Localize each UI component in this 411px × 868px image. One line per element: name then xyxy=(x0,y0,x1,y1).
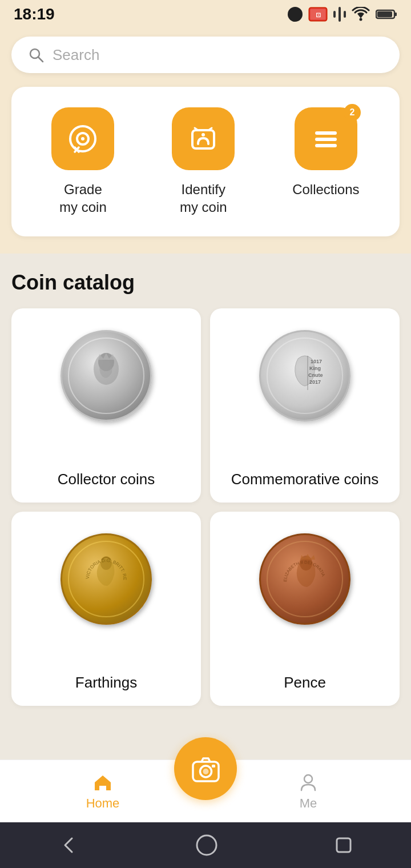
catalog-card-collector[interactable]: Collector coins xyxy=(11,308,201,503)
camera-fab-button[interactable] xyxy=(174,737,237,800)
person-icon xyxy=(298,772,319,793)
svg-rect-38 xyxy=(337,838,350,852)
search-icon xyxy=(27,46,45,63)
identify-icon-circle xyxy=(172,107,235,170)
grade-icon xyxy=(66,122,99,155)
svg-text:⊡: ⊡ xyxy=(316,11,321,18)
quick-actions-card: Grade my coin Identify my coin xyxy=(11,87,400,236)
pence-coin-label: Pence xyxy=(284,673,326,693)
collector-coin-image xyxy=(55,324,158,427)
svg-rect-6 xyxy=(377,11,392,17)
catalog-card-pence[interactable]: ELIZABETH II DEI GRATIA Pence xyxy=(210,512,400,706)
status-bar: 18:19 ⊡ xyxy=(0,0,411,29)
catalog-section: Coin catalog Collector coins xyxy=(0,254,411,760)
svg-point-34 xyxy=(203,769,208,774)
collector-coin-circle xyxy=(61,330,152,421)
svg-point-11 xyxy=(81,137,84,140)
svg-rect-35 xyxy=(212,765,215,767)
svg-text:2017: 2017 xyxy=(309,379,321,385)
collector-coin-label: Collector coins xyxy=(58,470,155,489)
identify-coin-label: Identify my coin xyxy=(180,180,227,216)
svg-text:1017: 1017 xyxy=(311,359,322,364)
commemorative-coin-circle: 1017 King Cnute 2017 xyxy=(259,330,350,421)
collections-icon xyxy=(309,122,342,155)
catalog-title: Coin catalog xyxy=(11,271,400,295)
nav-home-label: Home xyxy=(86,796,120,811)
farthings-coin-image: VICTORIA D:G: BRITT: REGINA xyxy=(55,528,158,630)
bottom-nav: Home Me xyxy=(0,760,411,822)
search-container: Search xyxy=(0,29,411,81)
cast-icon: ⊡ xyxy=(308,7,328,22)
collections-label: Collections xyxy=(292,180,359,198)
svg-point-15 xyxy=(202,133,205,136)
system-home-button[interactable] xyxy=(195,833,219,857)
catalog-card-commemorative[interactable]: 1017 King Cnute 2017 Commemorative coins xyxy=(210,308,400,503)
grade-icon-circle xyxy=(51,107,114,170)
svg-text:King: King xyxy=(309,365,321,371)
identify-coin-button[interactable]: Identify my coin xyxy=(172,107,235,216)
home-icon xyxy=(92,772,113,793)
wifi-icon xyxy=(352,7,370,22)
nav-home-button[interactable]: Home xyxy=(68,772,137,811)
search-placeholder-text: Search xyxy=(53,46,99,64)
battery-icon xyxy=(376,9,397,20)
commemorative-coin-image: 1017 King Cnute 2017 xyxy=(253,324,356,427)
svg-rect-20 xyxy=(315,144,337,147)
grade-coin-button[interactable]: Grade my coin xyxy=(51,107,114,216)
pence-coin-image: ELIZABETH II DEI GRATIA xyxy=(253,528,356,630)
catalog-card-farthings[interactable]: VICTORIA D:G: BRITT: REGINA Farthings xyxy=(11,512,201,706)
svg-point-3 xyxy=(360,18,362,21)
farthings-coin-circle: VICTORIA D:G: BRITT: REGINA xyxy=(61,533,152,625)
svg-point-37 xyxy=(197,835,216,855)
svg-point-36 xyxy=(304,775,312,783)
system-nav-bar xyxy=(0,822,411,868)
catalog-grid: Collector coins 1017 King Cnute 2017 xyxy=(11,308,400,706)
collections-badge: 2 xyxy=(344,104,361,121)
svg-rect-18 xyxy=(315,131,337,135)
nav-me-label: Me xyxy=(300,796,317,811)
svg-rect-19 xyxy=(315,138,337,141)
svg-text:Cnute: Cnute xyxy=(308,372,323,378)
collections-icon-wrapper: 2 xyxy=(295,107,357,170)
vibrate-icon xyxy=(333,7,346,22)
svg-line-8 xyxy=(38,57,43,62)
collections-button[interactable]: 2 Collections xyxy=(292,107,359,198)
search-bar[interactable]: Search xyxy=(11,37,400,73)
commemorative-coin-label: Commemorative coins xyxy=(231,470,379,489)
camera-fab-icon xyxy=(190,753,221,785)
farthings-coin-label: Farthings xyxy=(75,673,137,693)
status-time: 18:19 xyxy=(14,5,55,23)
svg-rect-5 xyxy=(394,13,397,16)
grade-coin-label: Grade my coin xyxy=(59,180,107,216)
recents-button[interactable] xyxy=(335,836,353,854)
pence-coin-circle: ELIZABETH II DEI GRATIA xyxy=(259,533,350,625)
identify-icon xyxy=(187,122,220,155)
status-dot-icon xyxy=(288,7,303,22)
nav-me-button[interactable]: Me xyxy=(274,772,342,811)
status-icons: ⊡ xyxy=(288,7,397,22)
back-button[interactable] xyxy=(58,835,79,855)
